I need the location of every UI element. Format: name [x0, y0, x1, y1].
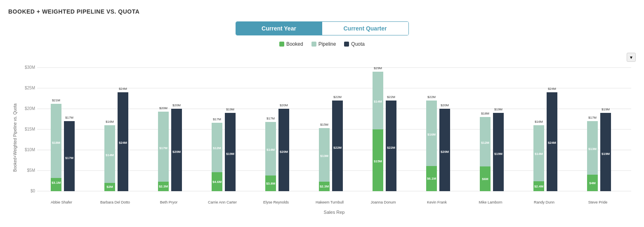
legend-pipeline-label: Pipeline: [318, 41, 336, 47]
label-pipeline-2: $17M: [159, 146, 167, 150]
y-axis-label: Booked+Weighted Pipeline vs. Quota: [13, 103, 17, 172]
rep-name-0: Abbie Shafer: [51, 200, 72, 204]
rep-name-10: Steve Pride: [588, 200, 608, 204]
dropdown-icon: ▼: [629, 55, 633, 60]
bar-booked-0: [51, 178, 61, 191]
label-quota-mid-9: $24M: [548, 141, 556, 145]
tab-current-year[interactable]: Current Year: [236, 22, 322, 35]
legend-booked-label: Booked: [286, 41, 303, 47]
label-booked-10: $4M: [589, 181, 596, 185]
y-label-20m: $20M: [25, 106, 35, 111]
label-pipeline-6: $14M: [374, 100, 382, 103]
label-stacked-top-7: $22M: [427, 95, 436, 99]
label-quota-top-4: $20M: [280, 103, 288, 107]
rep-name-9: Randy Dunn: [534, 200, 554, 204]
label-quota-top-0: $17M: [65, 116, 73, 119]
label-pipeline-5: $13M: [320, 154, 328, 158]
chart-container: BOOKED + WEIGHTED PIPELINE VS. QUOTA Cur…: [8, 8, 636, 216]
label-quota-mid-0: $17M: [65, 156, 73, 160]
chart-title: BOOKED + WEIGHTED PIPELINE VS. QUOTA: [8, 8, 636, 15]
rep-name-8: Mike Lamborn: [479, 200, 502, 204]
legend-pipeline: Pipeline: [311, 41, 336, 47]
label-pipeline-1: $14M: [106, 153, 114, 157]
label-stacked-top-5: $15M: [320, 123, 328, 126]
label-stacked-top-2: $20M: [159, 106, 167, 110]
label-quota-mid-1: $24M: [119, 141, 127, 145]
rep-name-7: Kevin Frank: [427, 200, 447, 204]
label-quota-mid-7: $20M: [441, 150, 449, 154]
label-quota-mid-3: $19M: [226, 152, 234, 156]
label-pipeline-9: $14M: [535, 152, 543, 156]
label-stacked-top-1: $16M: [106, 120, 114, 124]
label-pipeline-0: $18M: [52, 141, 60, 145]
x-axis-title: Sales Rep: [324, 210, 345, 215]
label-stacked-top-8: $18M: [481, 112, 489, 115]
label-booked-9: $2.4M: [534, 185, 544, 188]
label-stacked-top-3: $17M: [213, 117, 221, 121]
label-quota-top-3: $19M: [226, 108, 234, 111]
rep-name-4: Elyse Reynolds: [263, 200, 289, 204]
label-quota-mid-8: $19M: [494, 152, 502, 156]
y-label-10m: $10M: [25, 147, 35, 152]
label-pipeline-10: $13M: [588, 147, 597, 151]
label-pipeline-7: $16M: [427, 133, 436, 136]
label-pipeline-4: $14M: [267, 148, 275, 152]
y-label-25m: $25M: [25, 86, 35, 90]
label-booked-7: $6.1M: [427, 177, 436, 180]
label-stacked-top-0: $21M: [52, 98, 60, 102]
label-quota-mid-10: $19M: [602, 152, 610, 156]
rep-name-6: Joanna Donum: [370, 200, 396, 204]
label-quota-mid-4: $20M: [280, 150, 288, 154]
label-stacked-top-6: $29M: [374, 66, 382, 70]
y-label-0: $0: [31, 189, 35, 193]
label-booked-1: $2M: [106, 185, 113, 189]
y-label-30m: $30M: [25, 65, 35, 70]
label-stacked-top-9: $16M: [535, 120, 543, 124]
label-quota-top-9: $24M: [548, 87, 556, 91]
tab-container: Current Year Current Quarter: [8, 21, 636, 35]
label-stacked-top-10: $17M: [588, 116, 597, 119]
quota-swatch: [344, 42, 349, 47]
rep-name-5: Hakeem Turnbull: [316, 200, 344, 204]
label-quota-top-5: $22M: [333, 95, 342, 99]
tab-group: Current Year Current Quarter: [236, 21, 409, 35]
label-pipeline-3: $12M: [213, 146, 221, 150]
label-quota-top-8: $19M: [494, 108, 502, 111]
label-booked-0: $3.1M: [52, 181, 61, 185]
label-booked-3: $4.6M: [212, 180, 222, 184]
pipeline-swatch: [311, 42, 316, 47]
y-label-15m: $15M: [25, 127, 35, 131]
rep-name-1: Barbara Del Dotto: [100, 200, 130, 204]
label-quota-top-1: $24M: [119, 87, 127, 91]
label-quota-mid-5: $22M: [333, 146, 342, 150]
label-quota-top-7: $20M: [441, 103, 449, 107]
label-booked-8: $6M: [482, 177, 488, 181]
label-booked-4: $3.8M: [266, 182, 276, 185]
label-quota-mid-6: $22M: [387, 146, 395, 150]
label-quota-top-2: $20M: [172, 103, 181, 107]
label-stacked-top-4: $17M: [267, 117, 275, 120]
booked-swatch: [279, 42, 284, 47]
legend-quota: Quota: [344, 41, 365, 47]
legend-quota-label: Quota: [351, 41, 365, 47]
y-label-5m: $5M: [27, 168, 35, 173]
label-pipeline-8: $12M: [481, 141, 489, 145]
label-quota-top-6: $22M: [387, 95, 395, 99]
label-booked-6: $15M: [374, 159, 382, 163]
label-quota-top-10: $19M: [602, 108, 610, 111]
dropdown-button[interactable]: ▼: [627, 53, 636, 62]
label-booked-2: $2.3M: [159, 185, 168, 188]
tab-current-quarter[interactable]: Current Quarter: [322, 22, 408, 35]
rep-name-2: Beth Pryor: [160, 200, 178, 204]
label-quota-mid-2: $20M: [172, 150, 181, 154]
rep-name-3: Carrie Ann Carter: [208, 200, 237, 204]
main-chart-svg: Booked+Weighted Pipeline vs. Quota $30M …: [12, 55, 639, 216]
label-booked-5: $2.3M: [320, 185, 329, 188]
legend-booked: Booked: [279, 41, 303, 47]
legend: Booked Pipeline Quota: [8, 41, 636, 47]
